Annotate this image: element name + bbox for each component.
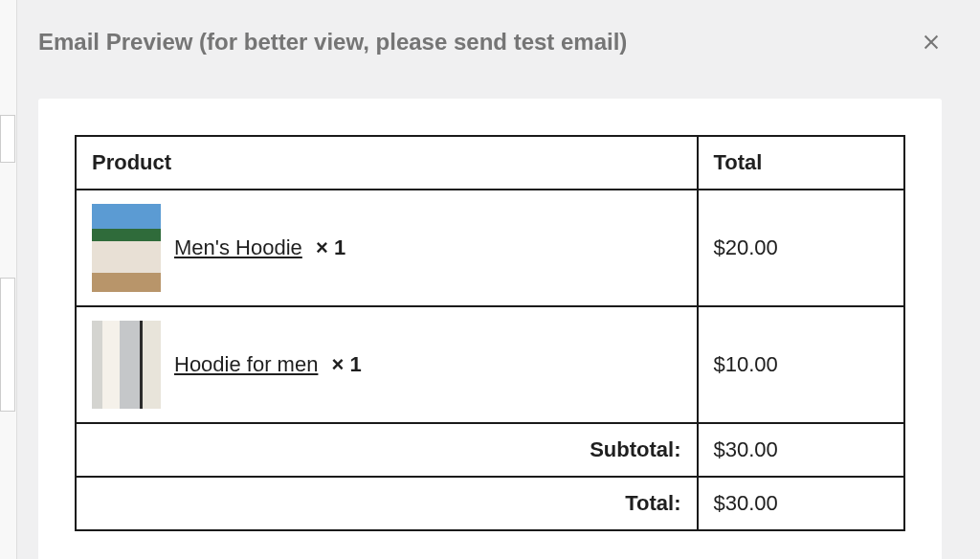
background-strip xyxy=(0,0,17,559)
product-image xyxy=(92,321,161,409)
subtotal-value: $30.00 xyxy=(698,423,905,477)
total-label: Total: xyxy=(76,477,698,530)
email-preview-card: Product Total Men's Hoodie × 1 $20.00 xyxy=(38,99,942,559)
table-row: Men's Hoodie × 1 $20.00 xyxy=(76,190,904,306)
table-row: Hoodie for men × 1 $10.00 xyxy=(76,306,904,423)
bg-box xyxy=(0,115,15,163)
summary-row-subtotal: Subtotal: $30.00 xyxy=(76,423,904,477)
product-price: $20.00 xyxy=(698,190,905,306)
total-value: $30.00 xyxy=(698,477,905,530)
close-icon[interactable] xyxy=(921,32,942,53)
modal-header: Email Preview (for better view, please s… xyxy=(0,0,980,79)
modal-title: Email Preview (for better view, please s… xyxy=(38,29,627,56)
product-price: $10.00 xyxy=(698,306,905,423)
product-qty: × 1 xyxy=(316,235,345,259)
subtotal-label: Subtotal: xyxy=(76,423,698,477)
column-header-total: Total xyxy=(698,136,905,190)
product-image xyxy=(92,204,161,292)
order-table: Product Total Men's Hoodie × 1 $20.00 xyxy=(75,135,905,531)
summary-row-total: Total: $30.00 xyxy=(76,477,904,530)
product-qty: × 1 xyxy=(332,352,362,376)
column-header-product: Product xyxy=(76,136,698,190)
bg-box xyxy=(0,278,15,412)
product-link[interactable]: Hoodie for men xyxy=(174,352,318,376)
product-link[interactable]: Men's Hoodie xyxy=(174,235,302,259)
